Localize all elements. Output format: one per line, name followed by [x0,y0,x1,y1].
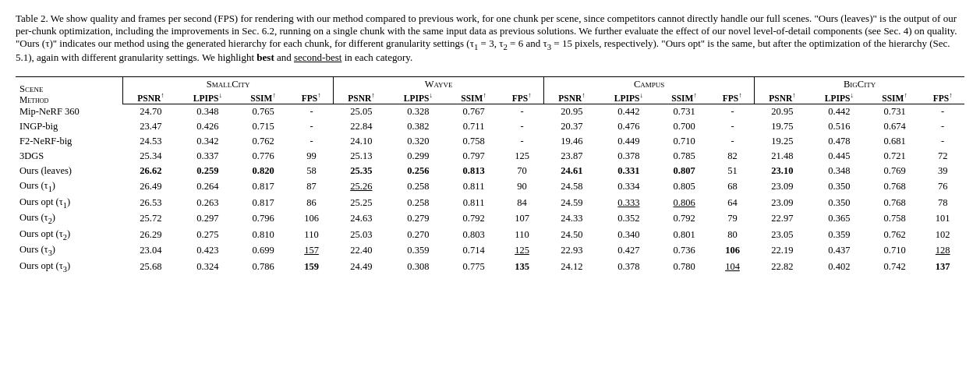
w-psnr: PSNR↑ [334,90,389,104]
c-ssim: SSIM↑ [658,90,711,104]
caption-text: We show quality and frames per second (F… [16,12,957,63]
method-name: INGP-big [16,119,123,134]
method-name: Ours (leaves) [16,164,123,178]
method-name: Ours opt (τ3) [16,259,123,275]
bc-lpips: LPIPS↓ [810,90,869,104]
method-name: Ours (τ3) [16,242,123,259]
bc-fps: FPS↑ [921,90,964,104]
w-ssim: SSIM↑ [448,90,501,104]
table-label: Table 2. [16,12,48,24]
table-row: Ours opt (τ1) 26.530.2630.81786 25.250.2… [16,195,964,211]
sc-fps: FPS↑ [289,90,333,104]
scene-method-header: Scene Method [16,76,123,104]
method-name: Ours (τ2) [16,210,123,227]
table-row: Ours opt (τ3) 25.680.3240.786159 24.490.… [16,259,964,275]
table-row: 3DGS 25.340.3370.77699 25.130.2990.79712… [16,149,964,164]
method-name: 3DGS [16,149,123,164]
table-row: Mip-NeRF 360 24.700.3480.765- 25.050.328… [16,104,964,120]
header-row-group-names: Scene Method SmallCity Wayve Campus BigC… [16,76,964,90]
method-name: Ours (τ1) [16,178,123,195]
c-fps: FPS↑ [710,90,754,104]
method-name: Ours opt (τ2) [16,227,123,243]
w-fps: FPS↑ [500,90,543,104]
caption: Table 2. We show quality and frames per … [16,12,964,64]
table-row: INGP-big 23.470.4260.715- 22.840.3820.71… [16,119,964,134]
bc-ssim: SSIM↑ [869,90,922,104]
c-lpips: LPIPS↓ [600,90,658,104]
wayve-header: Wayve [334,76,544,90]
table-row: Ours (leaves) 26.620.2590.82058 25.350.2… [16,164,964,178]
table-row: Ours opt (τ2) 26.290.2750.810110 25.030.… [16,227,964,243]
table-row: Ours (τ3) 23.040.4230.699157 22.400.3590… [16,242,964,259]
table-row: Ours (τ2) 25.720.2970.796106 24.630.2790… [16,210,964,227]
campus-header: Campus [544,76,755,90]
bc-psnr: PSNR↑ [755,90,810,104]
smallcity-header: SmallCity [123,76,334,90]
sc-ssim: SSIM↑ [237,90,290,104]
sc-psnr: PSNR↑ [123,90,179,104]
method-name: Mip-NeRF 360 [16,104,123,120]
method-name: Ours opt (τ1) [16,195,123,211]
results-table: Scene Method SmallCity Wayve Campus BigC… [16,76,964,275]
table-row: F2-NeRF-big 24.530.3420.762- 24.100.3200… [16,134,964,149]
c-psnr: PSNR↑ [544,90,600,104]
sc-lpips: LPIPS↓ [179,90,237,104]
header-row-metrics: PSNR↑ LPIPS↓ SSIM↑ FPS↑ PSNR↑ LPIPS↓ SSI… [16,90,964,104]
table-row: Ours (τ1) 26.490.2640.81787 25.260.2580.… [16,178,964,195]
w-lpips: LPIPS↓ [389,90,448,104]
bigcity-header: BigCity [755,76,964,90]
method-name: F2-NeRF-big [16,134,123,149]
